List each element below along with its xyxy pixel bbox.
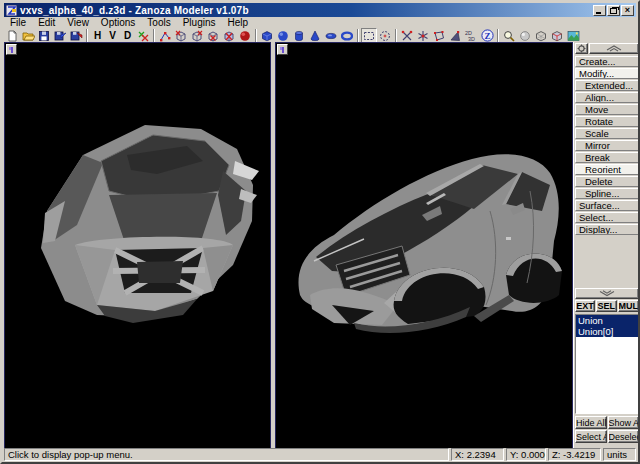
sphere-primitive-icon[interactable]	[275, 28, 291, 43]
command-panel: Create... Modify... Extended... Align...…	[573, 42, 640, 452]
solid-cube-icon[interactable]	[549, 28, 565, 43]
chevron-down-icon	[599, 290, 615, 297]
object-mode-icon[interactable]	[173, 28, 189, 43]
status-units: units	[603, 448, 636, 461]
cmd-delete[interactable]: Delete	[575, 176, 639, 187]
car-model-front-view	[276, 43, 572, 450]
select-rectangle-icon[interactable]	[361, 28, 377, 43]
select-all-button[interactable]: Select All	[575, 430, 607, 443]
app-icon	[6, 5, 17, 16]
deselect-button[interactable]: Deselect	[608, 430, 640, 443]
cmd-spline[interactable]: Spline...	[575, 188, 639, 199]
selection-filters: EXT SEL MUL	[574, 299, 640, 313]
panel-settings-button[interactable]	[575, 43, 588, 54]
menu-bar: File Edit View Options Tools Plugins Hel…	[4, 17, 636, 28]
status-bar: Click to display pop-up menu. X: 2.2394 …	[4, 448, 636, 461]
disc-primitive-icon[interactable]	[323, 28, 339, 43]
menu-file[interactable]: File	[4, 17, 32, 28]
close-button[interactable]: ×	[621, 5, 634, 16]
viewport-perspective[interactable]	[275, 42, 573, 451]
cmd-break[interactable]: Break	[575, 152, 639, 163]
show-all-button[interactable]: Show All	[608, 416, 640, 429]
cmd-rotate[interactable]: Rotate	[575, 116, 639, 127]
toolbar-separator	[153, 29, 155, 42]
status-x-coordinate: X: 2.2394	[451, 448, 504, 461]
restore-button[interactable]	[607, 5, 620, 16]
cmd-select[interactable]: Select...	[575, 212, 639, 223]
ext-filter-button[interactable]: EXT	[575, 300, 595, 312]
cmd-move[interactable]: Move	[575, 104, 639, 115]
object-list-item[interactable]: Union	[576, 315, 638, 326]
torus-primitive-icon[interactable]	[339, 28, 355, 43]
vertices-mode-icon[interactable]	[157, 28, 173, 43]
export-icon[interactable]	[68, 28, 84, 43]
weld-tool-icon[interactable]	[415, 28, 431, 43]
svg-text:Z: Z	[484, 31, 490, 41]
select-circle-icon[interactable]	[377, 28, 393, 43]
status-z-coordinate: Z: -3.4219	[548, 448, 601, 461]
rolldown-button[interactable]	[575, 288, 639, 299]
object-list-item[interactable]: Union[0]	[576, 326, 638, 337]
minimize-button[interactable]	[593, 5, 606, 16]
cylinder-primitive-icon[interactable]	[291, 28, 307, 43]
import-icon[interactable]	[52, 28, 68, 43]
main-toolbar: H V D 2D3D Z	[4, 28, 636, 43]
mul-filter-button[interactable]: MUL	[618, 300, 640, 312]
menu-view[interactable]: View	[61, 17, 95, 28]
menu-help[interactable]: Help	[222, 17, 255, 28]
save-file-icon[interactable]	[36, 28, 52, 43]
toggle-visibility-icon[interactable]	[135, 28, 151, 43]
h-view-button[interactable]: H	[90, 29, 105, 43]
object-actions: Hide All Show All Select All Deselect	[574, 415, 640, 444]
cmd-reorient[interactable]: Reorient	[575, 164, 639, 175]
title-bar[interactable]: vxvs_alpha_40_d.z3d - Zanoza Modeler v1.…	[4, 3, 636, 17]
sel-filter-button[interactable]: SEL	[596, 300, 616, 312]
panel-spacer	[574, 236, 640, 288]
menu-plugins[interactable]: Plugins	[177, 17, 222, 28]
edge-mode-icon[interactable]	[189, 28, 205, 43]
viewport-rear-top[interactable]	[4, 42, 271, 451]
zanoza-logo-icon[interactable]: Z	[479, 28, 495, 43]
viewport-view-button[interactable]	[6, 44, 17, 55]
toolbar-separator	[497, 29, 499, 42]
cmd-display[interactable]: Display...	[575, 224, 639, 235]
menu-edit[interactable]: Edit	[32, 17, 61, 28]
new-file-icon[interactable]	[4, 28, 20, 43]
minimize-icon	[596, 12, 601, 14]
material-sphere-icon[interactable]	[237, 28, 253, 43]
lasso-select-icon[interactable]	[431, 28, 447, 43]
open-file-icon[interactable]	[20, 28, 36, 43]
viewport-view-button[interactable]	[277, 44, 288, 55]
cube-primitive-icon[interactable]	[259, 28, 275, 43]
zoom-icon[interactable]	[501, 28, 517, 43]
face-mode-icon[interactable]	[205, 28, 221, 43]
menu-options[interactable]: Options	[95, 17, 141, 28]
cmd-surface[interactable]: Surface...	[575, 200, 639, 211]
cmd-mirror[interactable]: Mirror	[575, 140, 639, 151]
status-y-coordinate: Y: 0.0000	[506, 448, 546, 461]
surface-tool-icon[interactable]	[447, 28, 463, 43]
cmd-modify[interactable]: Modify...	[575, 68, 639, 79]
cut-tool-icon[interactable]	[399, 28, 415, 43]
gear-icon	[577, 44, 586, 53]
textured-view-icon[interactable]	[565, 28, 581, 43]
cmd-scale[interactable]: Scale	[575, 128, 639, 139]
menu-tools[interactable]: Tools	[141, 17, 176, 28]
toolbar-separator	[395, 29, 397, 42]
hide-all-button[interactable]: Hide All	[575, 416, 607, 429]
polygon-mode-icon[interactable]	[221, 28, 237, 43]
cmd-extended[interactable]: Extended...	[575, 80, 639, 91]
object-list[interactable]: Union Union[0]	[575, 314, 639, 414]
rollup-button[interactable]	[589, 43, 639, 54]
toolbar-separator	[86, 29, 88, 42]
mode-2d3d-icon[interactable]: 2D3D	[463, 28, 479, 43]
render-sphere-icon[interactable]	[517, 28, 533, 43]
d-view-button[interactable]: D	[120, 29, 135, 43]
v-view-button[interactable]: V	[105, 29, 120, 43]
wireframe-cube-icon[interactable]	[533, 28, 549, 43]
cmd-create[interactable]: Create...	[575, 56, 639, 67]
cmd-align[interactable]: Align...	[575, 92, 639, 103]
zmodeler-window: { "window": { "title": "vxvs_alpha_40_d.…	[0, 0, 640, 464]
viewport-view-icon	[282, 47, 284, 53]
cone-primitive-icon[interactable]	[307, 28, 323, 43]
